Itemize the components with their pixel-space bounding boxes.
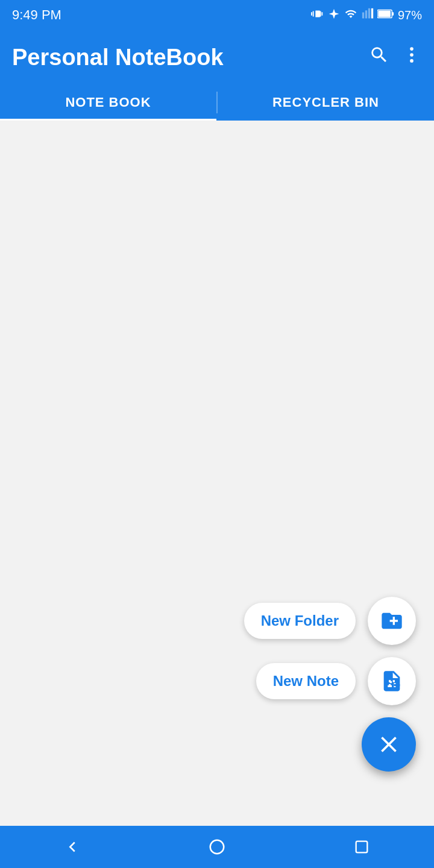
svg-rect-2 bbox=[378, 10, 391, 16]
app-title: Personal NoteBook bbox=[12, 45, 224, 71]
tab-bar: NOTE BOOK RECYCLER BIN bbox=[0, 84, 434, 121]
new-note-row: New Note bbox=[256, 657, 416, 705]
status-bar: 9:49 PM bbox=[0, 0, 434, 30]
home-icon[interactable] bbox=[199, 829, 235, 865]
svg-point-5 bbox=[410, 59, 414, 63]
new-note-label[interactable]: New Note bbox=[256, 663, 356, 699]
recent-apps-icon[interactable] bbox=[344, 829, 380, 865]
main-content: New Folder New Note bbox=[0, 121, 434, 826]
new-folder-button[interactable] bbox=[368, 597, 416, 645]
fab-main-button[interactable] bbox=[362, 717, 416, 772]
battery-icon bbox=[377, 8, 394, 22]
vibrate-icon bbox=[311, 7, 324, 24]
header-actions bbox=[369, 45, 422, 70]
more-options-icon[interactable] bbox=[401, 45, 422, 70]
svg-point-6 bbox=[210, 840, 224, 854]
new-folder-label[interactable]: New Folder bbox=[244, 603, 356, 639]
assistant-icon bbox=[328, 8, 340, 23]
tab-recyclerbin[interactable]: RECYCLER BIN bbox=[218, 84, 434, 121]
app-header: Personal NoteBook bbox=[0, 30, 434, 84]
status-time: 9:49 PM bbox=[12, 7, 61, 23]
fab-area: New Folder New Note bbox=[244, 597, 416, 772]
battery-percentage: 97% bbox=[398, 8, 422, 22]
new-folder-row: New Folder bbox=[244, 597, 416, 645]
nav-bar bbox=[0, 826, 434, 868]
new-note-button[interactable] bbox=[368, 657, 416, 705]
signal-icon bbox=[362, 8, 374, 23]
status-icons: 97% bbox=[311, 7, 422, 24]
svg-point-4 bbox=[410, 53, 414, 57]
svg-point-3 bbox=[410, 47, 414, 51]
wifi-icon bbox=[344, 8, 358, 23]
search-icon[interactable] bbox=[369, 45, 389, 70]
back-icon[interactable] bbox=[54, 829, 90, 865]
tab-notebook[interactable]: NOTE BOOK bbox=[0, 84, 216, 121]
svg-rect-7 bbox=[356, 841, 368, 853]
svg-rect-1 bbox=[392, 12, 394, 16]
